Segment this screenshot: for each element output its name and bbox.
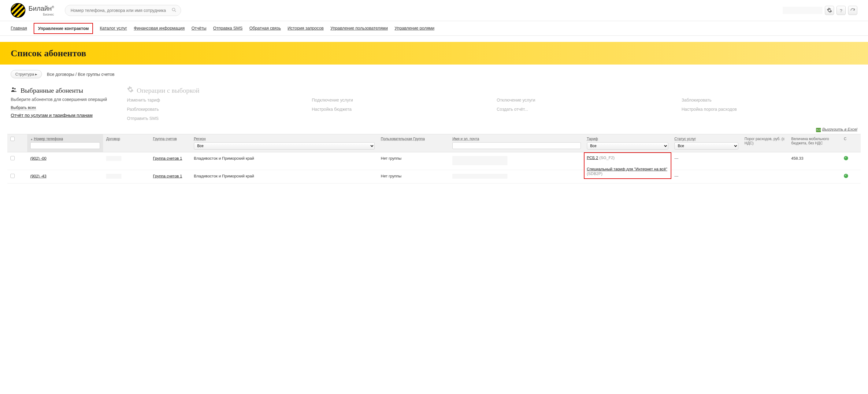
name-email-cell	[452, 174, 507, 179]
svg-point-2	[12, 88, 14, 89]
main-nav: Главная Управление контрактом Каталог ус…	[0, 21, 868, 36]
filter-region-select[interactable]: Все	[194, 142, 375, 150]
nav-roles[interactable]: Управление ролями	[395, 26, 434, 31]
nav-main[interactable]: Главная	[11, 26, 27, 31]
col-service-status[interactable]: Статус услуг	[674, 137, 696, 141]
region-cell: Владивосток и Приморский край	[194, 156, 254, 160]
row-checkbox[interactable]	[10, 156, 15, 160]
op-block: Заблокировать	[682, 98, 858, 102]
nav-finance[interactable]: Финансовая информация	[134, 26, 185, 31]
top-header: Билайн® Бизнес ?	[0, 0, 868, 21]
brand-sub: Бизнес	[28, 12, 54, 16]
panel-row: Выбранные абоненты Выберите абонентов дл…	[0, 84, 868, 127]
user-group-cell: Нет группы	[381, 174, 402, 178]
brand-name: Билайн®	[28, 5, 54, 12]
region-cell: Владивосток и Приморский край	[194, 174, 254, 178]
col-account-group[interactable]: Группа счетов	[153, 137, 177, 141]
select-all-checkbox[interactable]	[10, 137, 15, 141]
op-send-sms: Отправить SMS	[127, 116, 303, 121]
select-all-link[interactable]: Выбрать всех	[11, 105, 36, 110]
report-link[interactable]: Отчёт по услугам и тарифным планам	[11, 113, 93, 118]
filter-name-input[interactable]	[452, 142, 581, 149]
help-button[interactable]: ?	[837, 6, 846, 15]
status-ok-icon	[844, 156, 848, 160]
op-create-report: Создать отчёт...	[497, 107, 673, 112]
selection-desc: Выберите абонентов для совершения операц…	[11, 97, 112, 103]
service-status-cell: —	[674, 156, 678, 160]
nav-history[interactable]: История запросов	[287, 26, 323, 31]
tariff-code: (SDB2P)	[587, 171, 602, 176]
selection-title: Выбранные абоненты	[11, 86, 112, 95]
nav-contract[interactable]: Управление контрактом	[34, 23, 93, 34]
op-connect-service: Подключение услуги	[312, 98, 488, 102]
nav-catalog[interactable]: Каталог услуг	[100, 26, 127, 31]
users-icon	[11, 86, 18, 95]
operations-block: Операции с выборкой Изменить тариф Подкл…	[127, 86, 857, 121]
svg-point-0	[172, 8, 175, 11]
subscribers-table: ▲Номер телефона Договор Группа счетов Ре…	[7, 134, 861, 184]
refresh-button[interactable]	[848, 6, 857, 15]
nav-reports[interactable]: Отчёты	[191, 26, 207, 31]
filter-tariff-select[interactable]: Все	[587, 142, 669, 150]
search-wrap	[65, 5, 181, 16]
budget-cell: 458.33	[791, 156, 803, 160]
account-group-link[interactable]: Группа счетов 1	[153, 174, 182, 178]
page-title: Список абонентов	[11, 48, 857, 58]
row-checkbox[interactable]	[10, 174, 15, 178]
op-change-tariff: Изменить тариф	[127, 98, 303, 102]
tariff-highlight-box: РСБ 2 (SG_F2) Специальный тариф для "Инт…	[584, 152, 672, 179]
service-status-cell: —	[674, 174, 678, 178]
export-link[interactable]: XLSВыгрузить в Excel	[816, 127, 857, 132]
table-row: (902) -00 Группа счетов 1 Владивосток и …	[7, 152, 861, 170]
nav-users[interactable]: Управление пользователями	[330, 26, 388, 31]
operations-grid: Изменить тариф Подключение услуги Отключ…	[127, 98, 857, 121]
settings-button[interactable]	[825, 6, 834, 15]
col-budget: Величина мобильного бюджета, без НДС	[791, 137, 829, 145]
nav-sms[interactable]: Отправка SMS	[213, 26, 243, 31]
header-right: ?	[783, 6, 857, 15]
tariff-link[interactable]: Специальный тариф для "Интернет на всё"	[587, 167, 668, 171]
nav-feedback[interactable]: Обратная связь	[249, 26, 281, 31]
filter-status-select[interactable]: Все	[674, 142, 738, 150]
sort-arrow-icon: ▲	[30, 138, 33, 141]
col-phone[interactable]: Номер телефона	[34, 137, 63, 141]
export-row: XLSВыгрузить в Excel	[0, 127, 868, 134]
col-region[interactable]: Регион	[194, 137, 206, 141]
page-banner: Список абонентов	[0, 42, 868, 65]
account-group-link[interactable]: Группа счетов 1	[153, 156, 182, 160]
op-unblock: Разблокировать	[127, 107, 303, 112]
phone-link[interactable]: (902) -43	[30, 174, 46, 178]
col-contract[interactable]: Договор	[106, 137, 120, 141]
search-icon[interactable]	[171, 7, 177, 14]
col-user-group[interactable]: Пользовательская Группа	[381, 137, 425, 141]
tariff-link[interactable]: РСБ 2	[587, 155, 598, 160]
table-row: (902) -43 Группа счетов 1 Владивосток и …	[7, 170, 861, 184]
gear-icon	[127, 86, 134, 94]
op-threshold: Настройка порога расходов	[682, 107, 858, 112]
svg-line-1	[175, 11, 176, 12]
col-name-email[interactable]: Имя и эл. почта	[452, 137, 479, 141]
col-tariff[interactable]: Тариф	[587, 137, 598, 141]
logo-icon	[11, 3, 25, 18]
selection-block: Выбранные абоненты Выберите абонентов дл…	[11, 86, 112, 121]
xls-icon: XLS	[816, 128, 821, 132]
operations-title: Операции с выборкой	[127, 86, 857, 94]
svg-point-3	[14, 88, 16, 90]
filter-phone-input[interactable]	[30, 142, 100, 149]
op-budget: Настройка бюджета	[312, 107, 488, 112]
phone-link[interactable]: (902) -00	[30, 156, 46, 160]
col-threshold: Порог расходов, руб. (с НДС)	[744, 137, 784, 145]
op-disconnect-service: Отключение услуги	[497, 98, 673, 102]
status-ok-icon	[844, 174, 848, 178]
contract-cell	[106, 156, 121, 161]
contract-cell	[106, 174, 121, 179]
structure-button[interactable]: Структура ▸	[11, 70, 42, 78]
logo[interactable]: Билайн® Бизнес	[11, 3, 54, 18]
tariff-code: (SG_F2)	[599, 155, 615, 160]
breadcrumb: Все договоры / Все группы счетов	[47, 72, 114, 77]
search-input[interactable]	[65, 5, 181, 16]
name-email-cell	[452, 156, 507, 165]
breadcrumb-area: Структура ▸ Все договоры / Все группы сч…	[0, 65, 868, 84]
user-group-cell: Нет группы	[381, 156, 402, 160]
table-wrap: ▲Номер телефона Договор Группа счетов Ре…	[0, 134, 868, 184]
